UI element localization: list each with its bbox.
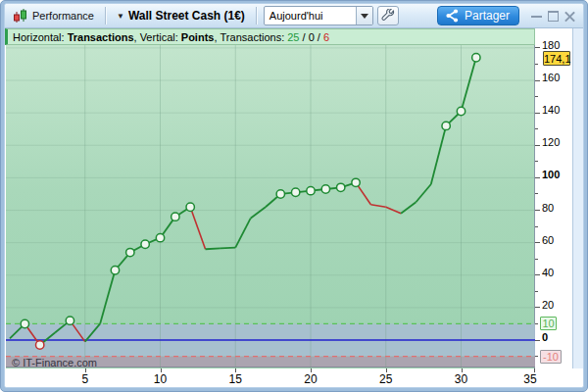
- y-axis-tick: [535, 177, 540, 178]
- equity-segment: [370, 205, 385, 207]
- y-axis: 020406080100120140160180174,110-10: [535, 45, 572, 368]
- horizontal-label: Horizontal:: [13, 31, 68, 43]
- x-axis-label: 10: [148, 372, 173, 386]
- trade-marker-win: [126, 248, 134, 256]
- trade-marker-win: [186, 203, 194, 211]
- trade-marker-win: [111, 267, 119, 274]
- share-icon: [445, 8, 460, 24]
- y-axis-label: 60: [542, 234, 554, 246]
- equity-segment: [431, 125, 446, 184]
- equity-segment: [206, 248, 220, 249]
- trade-marker-win: [457, 107, 465, 115]
- y-axis-tick: [535, 113, 540, 114]
- y-axis-label: 0: [542, 331, 548, 343]
- trade-marker-win: [172, 213, 179, 220]
- x-axis-label: 20: [298, 372, 323, 386]
- vertical-label: Vertical:: [140, 31, 181, 43]
- y-axis-tick: [535, 96, 538, 97]
- y-axis-label: 80: [542, 202, 554, 214]
- y-axis-label: 40: [542, 267, 554, 278]
- settings-wrench-button[interactable]: [377, 6, 399, 25]
- equity-chart-svg: [6, 45, 535, 368]
- chevron-down-icon: ▼: [117, 12, 124, 21]
- y-axis-tick: [535, 128, 538, 129]
- equity-segment: [100, 270, 115, 324]
- separator: [105, 7, 106, 24]
- trade-marker-win: [141, 240, 149, 248]
- timeframe-combobox[interactable]: Aujourd'hui: [264, 6, 373, 25]
- trade-marker-win: [307, 186, 315, 194]
- watermark: © IT-Finance.com: [12, 357, 97, 368]
- y-axis-tick: [535, 340, 540, 341]
- share-label: Partager: [465, 9, 510, 23]
- equity-segment: [462, 58, 476, 112]
- trade-marker-win: [291, 188, 299, 196]
- y-axis-tick: [535, 274, 540, 275]
- current-value-badge: 174,1: [543, 51, 570, 66]
- y-axis-label: 100: [542, 169, 560, 180]
- transactions-label: Transactions:: [220, 31, 288, 43]
- trade-marker-win: [337, 183, 345, 191]
- x-axis-label: 30: [449, 372, 474, 386]
- trade-marker-win: [352, 178, 360, 186]
- x-axis-label: 35: [517, 372, 543, 386]
- right-panel-strip[interactable]: [572, 28, 584, 379]
- y-axis-tick: [535, 80, 540, 81]
- equity-segment: [251, 207, 266, 219]
- equity-chart-plot[interactable]: © IT-Finance.com: [6, 45, 535, 368]
- y-axis-label: 140: [542, 104, 560, 116]
- horizontal-value: Transactions: [68, 31, 134, 43]
- performance-label: Performance: [32, 10, 94, 22]
- y-axis-tick: [535, 259, 538, 260]
- trade-marker-win: [21, 319, 28, 327]
- y-axis-tick: [535, 145, 540, 146]
- chevron-down-icon: [361, 14, 368, 19]
- y-axis-tick: [535, 161, 538, 162]
- y-axis-tick: [535, 307, 540, 308]
- x-axis: 5101520253035: [5, 368, 584, 388]
- separator: [256, 7, 257, 24]
- minimize-icon[interactable]: [531, 11, 542, 22]
- trade-marker-win: [156, 233, 164, 241]
- winning-count: 25: [287, 31, 299, 43]
- app-window: Performance ▼ Wall Street Cash (1€) Aujo…: [0, 0, 588, 392]
- timeframe-value: Aujourd'hui: [265, 10, 356, 22]
- y-axis-tick: [535, 242, 540, 243]
- instrument-dropdown[interactable]: ▼ Wall Street Cash (1€): [113, 7, 249, 24]
- window-controls: [531, 11, 575, 22]
- trade-marker-win: [276, 190, 284, 198]
- chart-info-bar: Horizontal: Transactions, Vertical: Poin…: [5, 28, 535, 45]
- close-icon[interactable]: [564, 11, 575, 22]
- equity-segment: [220, 248, 235, 249]
- trade-marker-win: [321, 185, 329, 193]
- wrench-icon: [380, 9, 395, 24]
- y-axis-tick: [535, 323, 538, 324]
- y-axis-label: 180: [542, 39, 560, 51]
- y-axis-tick: [535, 210, 540, 211]
- x-axis-label: 25: [373, 372, 399, 386]
- y-axis-tick: [535, 64, 538, 65]
- vertical-value: Points: [181, 31, 215, 43]
- y-axis-label: 160: [542, 72, 560, 83]
- losing-count: 6: [323, 31, 329, 43]
- y-axis-label: 120: [542, 136, 560, 148]
- x-axis-label: 5: [73, 372, 98, 386]
- instrument-label: Wall Street Cash (1€): [128, 9, 245, 23]
- trade-marker-loss: [36, 341, 44, 349]
- y-axis-tick: [535, 226, 538, 227]
- equity-segment: [401, 202, 416, 214]
- y-axis-tick: [535, 193, 538, 194]
- x-axis-label: 15: [222, 372, 248, 386]
- upper-threshold-badge: 10: [540, 317, 557, 330]
- equity-segment: [416, 184, 430, 202]
- y-axis-tick: [535, 356, 538, 357]
- share-button[interactable]: Partager: [437, 6, 519, 25]
- maximize-icon[interactable]: [548, 11, 559, 22]
- y-axis-tick: [535, 47, 540, 48]
- performance-button[interactable]: Performance: [9, 6, 98, 25]
- trade-marker-win: [442, 122, 450, 129]
- trade-marker-win: [472, 53, 480, 61]
- timeframe-dropdown-button[interactable]: [356, 7, 372, 24]
- trade-marker-win: [66, 317, 74, 324]
- candlestick-icon: [13, 8, 28, 24]
